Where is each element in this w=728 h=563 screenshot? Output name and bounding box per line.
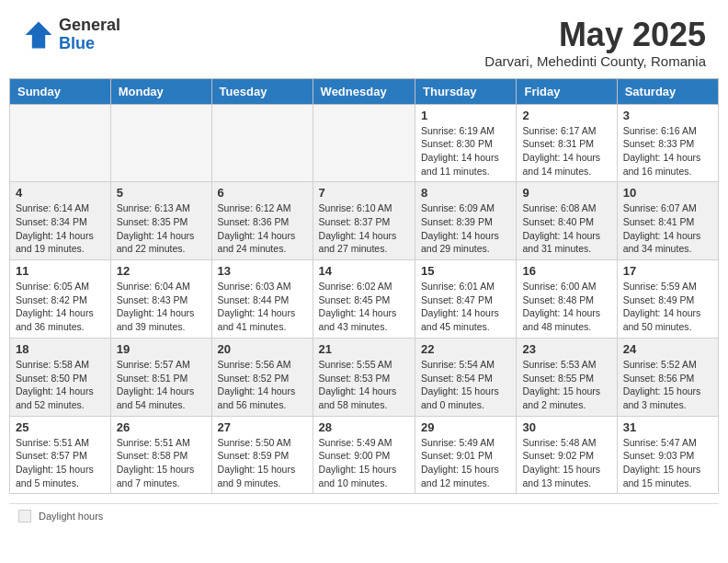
day-number: 24	[623, 342, 712, 356]
day-number: 30	[522, 420, 610, 434]
calendar-day-cell: 13Sunrise: 6:03 AM Sunset: 8:44 PM Dayli…	[211, 260, 313, 339]
day-number: 20	[218, 342, 307, 356]
daylight-label: Daylight hours	[39, 511, 103, 522]
location-subtitle: Darvari, Mehedinti County, Romania	[484, 53, 706, 69]
day-number: 12	[117, 264, 206, 278]
day-number: 6	[218, 186, 307, 200]
calendar-header-saturday: Saturday	[617, 78, 718, 104]
day-info: Sunrise: 5:54 AM Sunset: 8:54 PM Dayligh…	[421, 358, 510, 412]
day-number: 21	[319, 342, 409, 356]
day-info: Sunrise: 6:03 AM Sunset: 8:44 PM Dayligh…	[218, 280, 307, 334]
day-info: Sunrise: 5:56 AM Sunset: 8:52 PM Dayligh…	[218, 358, 307, 412]
calendar-day-cell	[110, 104, 211, 182]
day-number: 13	[218, 264, 307, 278]
day-info: Sunrise: 5:59 AM Sunset: 8:49 PM Dayligh…	[623, 280, 712, 334]
day-number: 3	[623, 109, 712, 122]
calendar-header-friday: Friday	[517, 78, 617, 104]
day-info: Sunrise: 5:57 AM Sunset: 8:51 PM Dayligh…	[117, 358, 206, 412]
day-number: 27	[218, 420, 307, 434]
calendar-day-cell: 19Sunrise: 5:57 AM Sunset: 8:51 PM Dayli…	[110, 338, 211, 416]
day-number: 18	[16, 342, 105, 356]
day-info: Sunrise: 5:49 AM Sunset: 9:01 PM Dayligh…	[421, 436, 510, 490]
calendar-day-cell: 20Sunrise: 5:56 AM Sunset: 8:52 PM Dayli…	[211, 338, 313, 416]
calendar-day-cell: 9Sunrise: 6:08 AM Sunset: 8:40 PM Daylig…	[517, 182, 617, 260]
calendar-day-cell: 24Sunrise: 5:52 AM Sunset: 8:56 PM Dayli…	[617, 338, 718, 416]
day-info: Sunrise: 6:14 AM Sunset: 8:34 PM Dayligh…	[16, 201, 105, 256]
calendar-day-cell: 1Sunrise: 6:19 AM Sunset: 8:30 PM Daylig…	[415, 104, 517, 182]
header: General Blue May 2025 Darvari, Mehedinti…	[0, 0, 728, 78]
logo-general: General	[59, 17, 120, 35]
day-info: Sunrise: 6:00 AM Sunset: 8:48 PM Dayligh…	[522, 280, 610, 334]
day-number: 26	[117, 420, 206, 434]
day-number: 19	[117, 342, 206, 356]
day-info: Sunrise: 6:05 AM Sunset: 8:42 PM Dayligh…	[16, 280, 105, 334]
day-info: Sunrise: 6:02 AM Sunset: 8:45 PM Dayligh…	[319, 280, 409, 334]
day-info: Sunrise: 5:50 AM Sunset: 8:59 PM Dayligh…	[218, 436, 307, 490]
day-info: Sunrise: 6:17 AM Sunset: 8:31 PM Dayligh…	[522, 124, 610, 178]
calendar-header-row: SundayMondayTuesdayWednesdayThursdayFrid…	[10, 78, 719, 104]
day-info: Sunrise: 5:55 AM Sunset: 8:53 PM Dayligh…	[319, 358, 409, 412]
day-info: Sunrise: 6:07 AM Sunset: 8:41 PM Dayligh…	[623, 201, 712, 256]
calendar-day-cell: 28Sunrise: 5:49 AM Sunset: 9:00 PM Dayli…	[313, 416, 415, 494]
day-info: Sunrise: 6:08 AM Sunset: 8:40 PM Dayligh…	[522, 201, 610, 256]
day-info: Sunrise: 5:52 AM Sunset: 8:56 PM Dayligh…	[623, 358, 712, 412]
day-number: 7	[319, 186, 409, 200]
day-info: Sunrise: 6:10 AM Sunset: 8:37 PM Dayligh…	[319, 201, 409, 256]
day-number: 22	[421, 342, 510, 356]
calendar-day-cell: 7Sunrise: 6:10 AM Sunset: 8:37 PM Daylig…	[313, 182, 415, 260]
day-info: Sunrise: 5:49 AM Sunset: 9:00 PM Dayligh…	[319, 436, 409, 490]
calendar-week-row: 25Sunrise: 5:51 AM Sunset: 8:57 PM Dayli…	[10, 416, 719, 494]
day-info: Sunrise: 6:13 AM Sunset: 8:35 PM Dayligh…	[117, 201, 206, 256]
day-info: Sunrise: 6:01 AM Sunset: 8:47 PM Dayligh…	[421, 280, 510, 334]
calendar-day-cell: 22Sunrise: 5:54 AM Sunset: 8:54 PM Dayli…	[415, 338, 517, 416]
day-number: 10	[623, 186, 712, 200]
day-info: Sunrise: 5:48 AM Sunset: 9:02 PM Dayligh…	[522, 436, 610, 490]
day-info: Sunrise: 6:19 AM Sunset: 8:30 PM Dayligh…	[421, 124, 510, 178]
day-info: Sunrise: 6:09 AM Sunset: 8:39 PM Dayligh…	[421, 201, 510, 256]
calendar-day-cell: 26Sunrise: 5:51 AM Sunset: 8:58 PM Dayli…	[110, 416, 211, 494]
day-info: Sunrise: 6:12 AM Sunset: 8:36 PM Dayligh…	[218, 201, 307, 256]
day-number: 23	[522, 342, 610, 356]
day-number: 11	[16, 264, 105, 278]
calendar-day-cell: 27Sunrise: 5:50 AM Sunset: 8:59 PM Dayli…	[211, 416, 313, 494]
title-block: May 2025 Darvari, Mehedinti County, Roma…	[484, 17, 706, 69]
month-title: May 2025	[484, 17, 706, 53]
day-info: Sunrise: 5:51 AM Sunset: 8:58 PM Dayligh…	[117, 436, 206, 490]
calendar-day-cell: 25Sunrise: 5:51 AM Sunset: 8:57 PM Dayli…	[10, 416, 111, 494]
calendar-header-thursday: Thursday	[415, 78, 517, 104]
calendar-day-cell: 18Sunrise: 5:58 AM Sunset: 8:50 PM Dayli…	[10, 338, 111, 416]
day-number: 17	[623, 264, 712, 278]
calendar-day-cell: 8Sunrise: 6:09 AM Sunset: 8:39 PM Daylig…	[415, 182, 517, 260]
day-number: 28	[319, 420, 409, 434]
calendar-day-cell: 30Sunrise: 5:48 AM Sunset: 9:02 PM Dayli…	[517, 416, 617, 494]
calendar-header-tuesday: Tuesday	[211, 78, 313, 104]
calendar-day-cell	[211, 104, 313, 182]
calendar-week-row: 11Sunrise: 6:05 AM Sunset: 8:42 PM Dayli…	[10, 260, 719, 339]
calendar-day-cell: 14Sunrise: 6:02 AM Sunset: 8:45 PM Dayli…	[313, 260, 415, 339]
calendar-day-cell: 5Sunrise: 6:13 AM Sunset: 8:35 PM Daylig…	[110, 182, 211, 260]
day-info: Sunrise: 5:47 AM Sunset: 9:03 PM Dayligh…	[623, 436, 712, 490]
calendar-table: SundayMondayTuesdayWednesdayThursdayFrid…	[9, 78, 719, 495]
day-number: 1	[421, 109, 510, 122]
day-number: 31	[623, 420, 712, 434]
calendar-day-cell: 10Sunrise: 6:07 AM Sunset: 8:41 PM Dayli…	[617, 182, 718, 260]
calendar-header-monday: Monday	[110, 78, 211, 104]
day-number: 15	[421, 264, 510, 278]
logo-blue: Blue	[59, 35, 120, 53]
calendar-day-cell: 2Sunrise: 6:17 AM Sunset: 8:31 PM Daylig…	[517, 104, 617, 182]
calendar-day-cell: 15Sunrise: 6:01 AM Sunset: 8:47 PM Dayli…	[415, 260, 517, 339]
calendar-header-sunday: Sunday	[10, 78, 111, 104]
calendar-day-cell: 11Sunrise: 6:05 AM Sunset: 8:42 PM Dayli…	[10, 260, 111, 339]
calendar-day-cell: 4Sunrise: 6:14 AM Sunset: 8:34 PM Daylig…	[10, 182, 111, 260]
day-info: Sunrise: 5:53 AM Sunset: 8:55 PM Dayligh…	[522, 358, 610, 412]
calendar-day-cell	[10, 104, 111, 182]
logo: General Blue	[22, 17, 120, 53]
calendar-week-row: 18Sunrise: 5:58 AM Sunset: 8:50 PM Dayli…	[10, 338, 719, 416]
day-number: 2	[522, 109, 610, 122]
calendar-week-row: 1Sunrise: 6:19 AM Sunset: 8:30 PM Daylig…	[10, 104, 719, 182]
calendar-day-cell: 12Sunrise: 6:04 AM Sunset: 8:43 PM Dayli…	[110, 260, 211, 339]
day-number: 14	[319, 264, 409, 278]
calendar-day-cell: 23Sunrise: 5:53 AM Sunset: 8:55 PM Dayli…	[517, 338, 617, 416]
day-number: 9	[522, 186, 610, 200]
day-number: 5	[117, 186, 206, 200]
